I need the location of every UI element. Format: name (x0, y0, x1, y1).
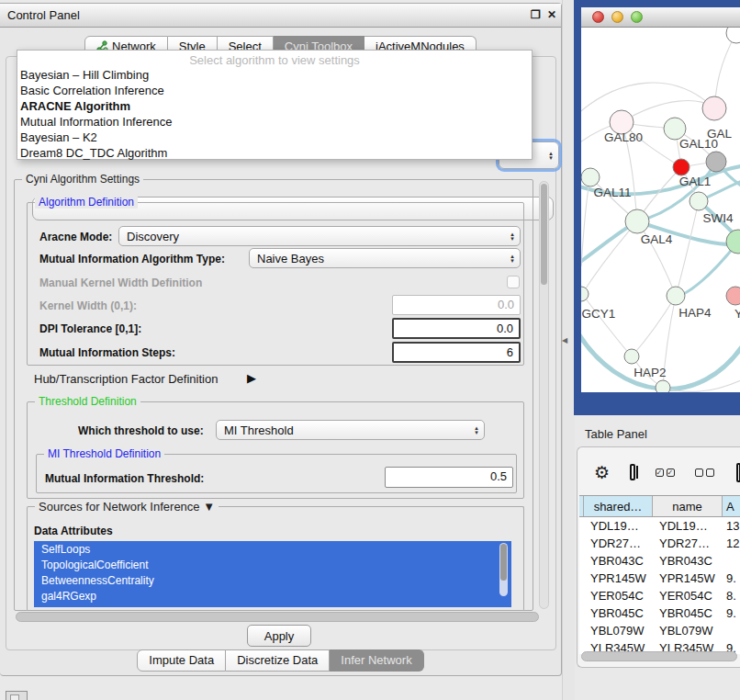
network-node[interactable] (726, 28, 740, 43)
algorithm-option[interactable]: Basic Correlation Inference (17, 83, 532, 98)
kernel-width-field[interactable]: 0.0 (392, 295, 521, 315)
split-columns-icon[interactable] (630, 464, 635, 480)
table-cell: YBR043C (653, 554, 723, 568)
column-header-name[interactable]: name (653, 496, 723, 516)
minimized-panel-icon[interactable] (6, 691, 28, 700)
cyni-bottom-tabbar: Impute DataDiscretize DataInfer Network (0, 649, 561, 672)
algorithm-option[interactable]: Bayesian – Hill Climbing (17, 67, 532, 83)
attribute-list-item[interactable]: BetweennessCentrality (34, 572, 511, 588)
sources-collapse-arrow-icon: ▼ (203, 500, 215, 514)
network-node-swi4[interactable] (690, 192, 708, 210)
attributes-list-scrollbar[interactable] (499, 543, 508, 596)
table-cell: YBL079W (653, 624, 723, 638)
mi-steps-field[interactable]: 6 (392, 342, 521, 363)
table-cell: YPR145W (653, 571, 723, 585)
sources-group-title[interactable]: Sources for Network Inference ▼ (35, 500, 219, 514)
attribute-list-item[interactable]: TopologicalCoefficient (34, 557, 511, 572)
table-cell: 12 (723, 536, 740, 550)
tab-infer-network[interactable]: Infer Network (330, 649, 423, 672)
network-edge[interactable] (632, 296, 676, 356)
table-row[interactable]: YER054CYER054C8. (579, 587, 740, 604)
tab-label: Impute Data (149, 653, 214, 667)
network-edge[interactable] (581, 83, 714, 115)
table-row[interactable]: YBL079WYBL079W (579, 622, 740, 639)
table-cell: 13 (723, 519, 740, 533)
network-canvas[interactable]: GALGAL80GAL10GAL1GAL11SWI4GAL4GCY1HAP4YH… (581, 28, 740, 392)
network-edge[interactable] (582, 221, 637, 294)
table-row[interactable]: YPR145WYPR145W9. (579, 570, 740, 587)
table-row[interactable]: YBR045CYBR045C9. (579, 604, 740, 622)
network-window-titlebar[interactable] (581, 7, 740, 28)
tab-impute-data[interactable]: Impute Data (137, 649, 226, 672)
table-panel: ⚙ shared… name A YDL19…YDL19…13YDR27…YDR… (577, 446, 740, 668)
mi-threshold-label: Mutual Information Threshold: (45, 472, 204, 485)
tab-label: Infer Network (341, 653, 411, 667)
table-row[interactable]: YBR043CYBR043C (579, 552, 740, 570)
data-attributes-list[interactable]: SelfLoopsTopologicalCoefficientBetweenne… (34, 541, 511, 607)
table-horizontal-scrollbar[interactable] (581, 651, 737, 661)
network-node-gal[interactable] (702, 96, 726, 120)
aracne-mode-combo[interactable]: Discovery ▴▾ (118, 226, 521, 246)
network-node[interactable] (656, 380, 670, 392)
dpi-tolerance-field[interactable]: 0.0 (392, 318, 521, 339)
network-node[interactable] (706, 152, 726, 172)
hub-definition-label[interactable]: Hub/Transcription Factor Definition (34, 372, 218, 386)
control-panel-titlebar: Control Panel ❐ ✕ (0, 4, 561, 28)
algorithm-option[interactable]: Bayesian – K2 (17, 130, 532, 145)
column-header-clipped[interactable]: A (723, 496, 740, 516)
new-table-icon[interactable] (736, 463, 740, 482)
close-traffic-light-icon[interactable] (592, 11, 604, 23)
network-node[interactable] (726, 230, 740, 254)
network-node-gal4[interactable] (625, 209, 649, 233)
node-label-gal1: GAL1 (679, 175, 712, 188)
select-all-columns-icon[interactable] (656, 469, 675, 477)
panel-divider[interactable] (562, 0, 575, 700)
network-node-hap4[interactable] (667, 287, 685, 305)
algorithm-option[interactable]: ARACNE Algorithm (17, 98, 532, 114)
table-header-row: shared… name A (579, 496, 740, 517)
manual-kernel-width-label: Manual Kernel Width Definition (39, 277, 202, 289)
mi-threshold-definition-title: MI Threshold Definition (44, 447, 164, 460)
hub-expand-arrow-icon[interactable]: ▶ (247, 371, 256, 385)
column-header-shared-name[interactable]: shared… (584, 496, 653, 516)
mi-algorithm-type-combo[interactable]: Naive Bayes ▴▾ (249, 248, 521, 268)
tab-discretize-data[interactable]: Discretize Data (226, 649, 330, 672)
network-node-gal11[interactable] (581, 168, 600, 186)
table-row[interactable]: YDR27…YDR27…12 (579, 535, 740, 552)
cyni-settings-group-title: Cyni Algorithm Settings (22, 173, 143, 186)
attribute-list-item[interactable]: SelfLoops (34, 541, 511, 557)
table-row[interactable]: YDL19…YDL19…13 (579, 517, 740, 535)
algorithm-option[interactable]: Mutual Information Inference (17, 114, 532, 130)
divider-collapse-icon[interactable]: ◀ (562, 336, 567, 344)
network-node-gcy1[interactable] (581, 287, 589, 301)
attribute-list-item[interactable]: gal4RGexp (34, 588, 511, 604)
table-cell: YBR043C (584, 554, 653, 568)
minimize-traffic-light-icon[interactable] (611, 11, 623, 23)
node-attribute-table[interactable]: shared… name A YDL19…YDL19…13YDR27…YDR27… (579, 495, 740, 654)
settings-horizontal-scrollbar[interactable] (16, 612, 539, 622)
mi-steps-label: Mutual Information Steps: (39, 346, 175, 359)
close-icon[interactable]: ✕ (547, 8, 556, 21)
mi-threshold-field[interactable]: 0.5 (385, 467, 513, 488)
zoom-traffic-light-icon[interactable] (631, 11, 643, 23)
table-cell: YDR27… (584, 536, 653, 550)
which-threshold-combo[interactable]: MI Threshold ▴▾ (216, 420, 485, 440)
settings-vertical-scrollbar-thumb[interactable] (541, 184, 547, 285)
deselect-all-columns-icon[interactable] (695, 469, 714, 477)
settings-vertical-scrollbar[interactable] (539, 181, 549, 609)
network-node-y[interactable] (726, 287, 740, 305)
attributes-list-scrollbar-thumb[interactable] (500, 544, 507, 581)
network-node-hap2[interactable] (624, 349, 639, 364)
network-node-gal1[interactable] (673, 159, 690, 175)
algorithm-option[interactable]: Dream8 DC_TDC Algorithm (17, 145, 532, 161)
apply-button[interactable]: Apply (247, 625, 311, 647)
network-edge[interactable] (676, 201, 699, 296)
node-label-hap2: HAP2 (633, 366, 666, 379)
mi-algorithm-type-label: Mutual Information Algorithm Type: (39, 253, 225, 265)
control-panel-title: Control Panel (7, 8, 80, 22)
manual-kernel-width-checkbox[interactable] (507, 276, 520, 288)
float-window-icon[interactable]: ❐ (531, 8, 541, 21)
network-edge[interactable] (622, 101, 714, 122)
gear-icon[interactable]: ⚙ (594, 462, 610, 483)
table-cell: 8. (723, 589, 740, 603)
